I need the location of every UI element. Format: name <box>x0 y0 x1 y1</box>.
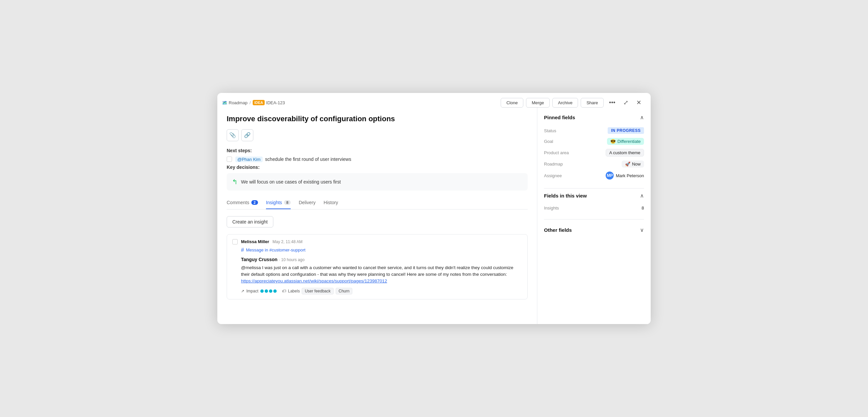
idea-badge: IDEA <box>253 100 265 105</box>
merge-button[interactable]: Merge <box>526 98 550 108</box>
field-goal-label: Goal <box>544 139 574 144</box>
attach-icon: 📎 <box>229 132 236 138</box>
product-area-badge[interactable]: A custom theme <box>606 149 644 157</box>
insight-author: Melissa Miller <box>241 239 269 244</box>
next-steps-label: Next steps: <box>227 148 528 153</box>
fields-in-view-header: Fields in this view ∧ <box>544 193 644 199</box>
breadcrumb: 🗺️ Roadmap / IDEA IDEA-123 <box>222 100 285 105</box>
sidebar-divider-2 <box>544 219 644 219</box>
task-item: @Phan Kim schedule the first round of us… <box>227 157 528 162</box>
mention-phan-kim: @Phan Kim <box>235 157 263 162</box>
toolbar-icons: 📎 🔗 <box>227 129 528 141</box>
goal-badge[interactable]: 😎 Differentiate <box>607 138 644 145</box>
more-options-button[interactable]: ••• <box>606 98 618 108</box>
other-fields-expand-icon: ∨ <box>640 227 644 233</box>
other-fields-header[interactable]: Other fields ∨ <box>544 223 644 237</box>
sidebar: Pinned fields ∧ Status IN PROGRESS Goal … <box>537 108 651 324</box>
tab-history[interactable]: History <box>324 197 338 209</box>
pinned-fields-section: Pinned fields ∧ Status IN PROGRESS Goal … <box>544 114 644 181</box>
breadcrumb-separator: / <box>249 100 251 105</box>
field-product-area: Product area A custom theme <box>544 147 644 159</box>
create-insight-button[interactable]: Create an insight <box>227 216 273 228</box>
modal-body: Improve discoverability of configuration… <box>217 108 651 324</box>
roadmap-text: Now <box>632 162 641 167</box>
tab-insights[interactable]: Insights 8 <box>266 197 291 209</box>
modal-header: 🗺️ Roadmap / IDEA IDEA-123 Clone Merge A… <box>217 93 651 108</box>
task-checkbox[interactable] <box>227 157 232 162</box>
tab-comments[interactable]: Comments 2 <box>227 197 258 209</box>
fields-in-view-title: Fields in this view <box>544 193 587 199</box>
insight-body: @melissa I was just on a call with a cus… <box>232 265 522 285</box>
decision-icon: ↰ <box>232 178 238 186</box>
field-product-area-label: Product area <box>544 150 574 155</box>
insights-count-row: Insights 8 <box>544 204 644 212</box>
insight-username: Tanguy Crusson <box>241 257 277 262</box>
map-icon: 🗺️ <box>222 100 227 105</box>
clone-button[interactable]: Clone <box>501 98 523 108</box>
insight-item: Melissa Miller May 2, 11:48 AM # Message… <box>227 234 528 300</box>
insight-user-time: · 10 hours ago <box>279 257 305 262</box>
insights-field-label: Insights <box>544 206 574 210</box>
field-goal-value: 😎 Differentiate <box>607 138 644 145</box>
field-roadmap: Roadmap 🚀 Now <box>544 159 644 170</box>
tab-delivery[interactable]: Delivery <box>299 197 316 209</box>
insight-time: May 2, 11:48 AM <box>273 240 303 244</box>
other-fields-title: Other fields <box>544 227 572 233</box>
slack-icon: # <box>241 247 244 253</box>
label-churn: Churn <box>336 288 353 294</box>
field-goal: Goal 😎 Differentiate <box>544 136 644 147</box>
link-button[interactable]: 🔗 <box>241 129 253 141</box>
fields-in-view-collapse-button[interactable]: ∧ <box>640 193 644 199</box>
tab-comments-label: Comments <box>227 200 249 205</box>
main-content: Improve discoverability of configuration… <box>217 108 537 324</box>
insight-checkbox[interactable] <box>232 239 238 244</box>
field-status-label: Status <box>544 128 574 133</box>
labels-row: 🏷 Labels User feedback Churn <box>282 288 352 294</box>
roadmap-emoji: 🚀 <box>625 162 630 167</box>
pinned-fields-collapse-button[interactable]: ∧ <box>640 114 644 120</box>
dot-3 <box>269 289 272 293</box>
field-assignee-label: Assignee <box>544 173 574 178</box>
label-user-feedback: User feedback <box>302 288 333 294</box>
roadmap-badge[interactable]: 🚀 Now <box>622 161 644 168</box>
idea-id: IDEA-123 <box>266 100 285 105</box>
insight-link[interactable]: https://appreciateyou.atlassian.net/wiki… <box>241 278 387 283</box>
attach-button[interactable]: 📎 <box>227 129 239 141</box>
slack-link[interactable]: # Message in #customer-support <box>232 247 522 253</box>
share-button[interactable]: Share <box>581 98 604 108</box>
status-badge[interactable]: IN PROGRESS <box>608 127 644 134</box>
tab-comments-badge: 2 <box>251 200 258 205</box>
field-assignee-value: MP Mark Peterson <box>606 172 644 179</box>
header-actions: Clone Merge Archive Share ••• ⤢ ✕ <box>501 98 644 108</box>
breadcrumb-idea: IDEA IDEA-123 <box>253 100 285 105</box>
decision-box: ↰ We will focus on use cases of existing… <box>227 173 528 190</box>
tab-delivery-label: Delivery <box>299 200 316 205</box>
field-roadmap-label: Roadmap <box>544 162 574 167</box>
page-title: Improve discoverability of configuration… <box>227 114 528 124</box>
other-fields-section: Other fields ∨ <box>544 223 644 237</box>
labels-icon: 🏷 <box>282 289 286 293</box>
tabs-container: Comments 2 Insights 8 Delivery History <box>227 197 528 209</box>
tab-insights-badge: 8 <box>284 200 291 205</box>
decision-text: We will focus on use cases of existing u… <box>241 179 341 184</box>
dot-4 <box>273 289 277 293</box>
impact-row: ↗ Impact <box>241 289 277 293</box>
goal-emoji: 😎 <box>610 139 616 144</box>
dot-1 <box>260 289 264 293</box>
field-roadmap-value: 🚀 Now <box>622 161 644 168</box>
pinned-fields-title: Pinned fields <box>544 114 575 120</box>
link-icon: 🔗 <box>244 132 251 138</box>
archive-button[interactable]: Archive <box>552 98 578 108</box>
tab-insights-label: Insights <box>266 200 282 205</box>
breadcrumb-roadmap: 🗺️ Roadmap <box>222 100 247 105</box>
close-button[interactable]: ✕ <box>634 98 644 108</box>
goal-text: Differentiate <box>617 139 641 144</box>
pinned-fields-header: Pinned fields ∧ <box>544 114 644 120</box>
expand-button[interactable]: ⤢ <box>621 98 631 108</box>
field-status-value: IN PROGRESS <box>608 127 644 134</box>
dot-2 <box>265 289 268 293</box>
assignee-name: Mark Peterson <box>616 173 644 178</box>
impact-label: Impact <box>246 289 258 293</box>
task-text: @Phan Kim schedule the first round of us… <box>235 157 351 162</box>
roadmap-label: Roadmap <box>229 100 247 105</box>
